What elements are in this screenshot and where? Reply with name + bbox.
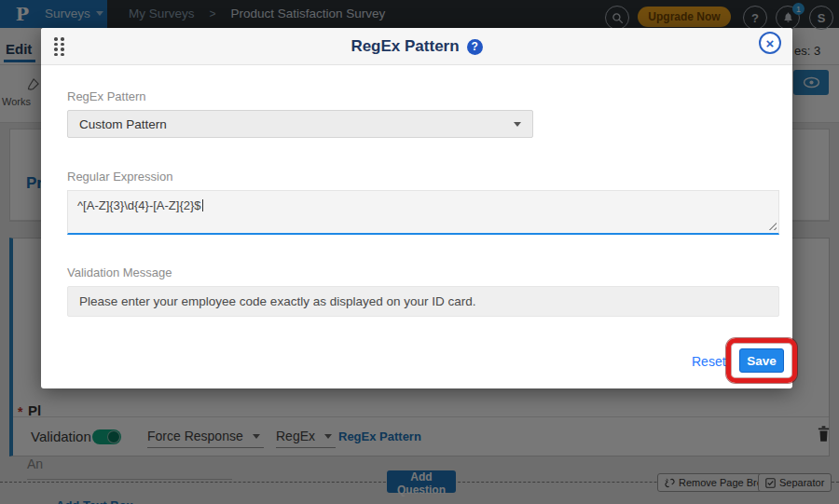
modal-title: RegEx Pattern <box>351 37 459 56</box>
save-highlight-annotation: Save <box>726 338 797 383</box>
close-glyph: × <box>766 36 775 50</box>
pattern-select[interactable]: Custom Pattern <box>67 110 533 138</box>
text-cursor <box>202 199 203 211</box>
pattern-select-value: Custom Pattern <box>79 117 167 131</box>
close-icon[interactable]: × <box>759 32 781 54</box>
validation-message-field-label: Validation Message <box>67 266 172 279</box>
reset-button[interactable]: Reset <box>692 354 726 369</box>
save-button[interactable]: Save <box>739 348 784 373</box>
help-glyph: ? <box>471 40 477 53</box>
modal-header: RegEx Pattern ? × <box>41 28 792 65</box>
regex-pattern-modal: RegEx Pattern ? × RegEx Pattern Custom P… <box>41 28 792 388</box>
regular-expression-value: ^[A-Z]{3}\d{4}-[A-Z]{2}$ <box>77 198 201 212</box>
regular-expression-field-label: Regular Expression <box>67 170 172 184</box>
regular-expression-textarea[interactable]: ^[A-Z]{3}\d{4}-[A-Z]{2}$ <box>67 190 779 235</box>
regex-pattern-field-label: RegEx Pattern <box>67 89 146 103</box>
chevron-down-icon <box>514 122 521 127</box>
screenshot-stage: P Surveys My Surveys > Product Satisfact… <box>0 0 839 504</box>
help-icon[interactable]: ? <box>467 39 483 55</box>
modal-title-wrap: RegEx Pattern ? <box>41 28 792 65</box>
resize-handle[interactable] <box>767 221 777 230</box>
validation-message-input[interactable] <box>67 286 779 317</box>
